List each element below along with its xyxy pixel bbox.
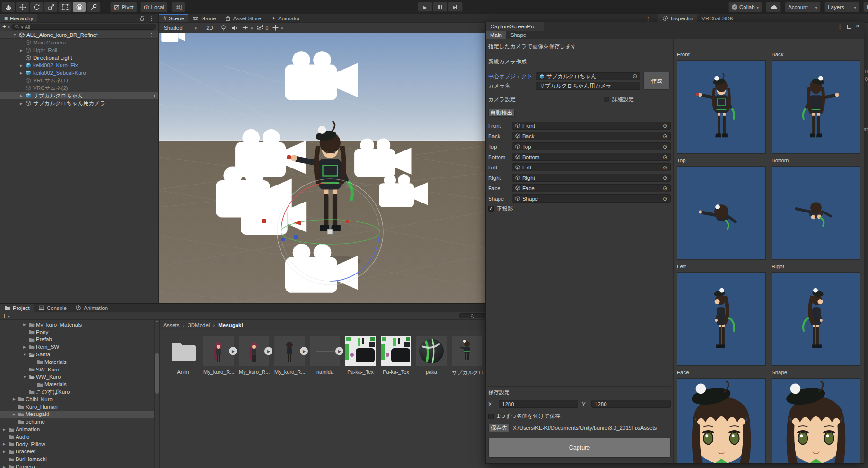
account-dropdown[interactable]: Account <box>785 2 821 12</box>
grid-snap-button[interactable] <box>172 2 185 12</box>
grid-visibility-dropdown[interactable] <box>272 24 283 31</box>
hierarchy-item[interactable]: Light_Roll › <box>0 46 158 54</box>
asset-item[interactable]: Pa-ka-_Tex <box>345 336 376 375</box>
create-camera-button[interactable]: 作成 <box>643 72 670 90</box>
close-icon[interactable] <box>856 24 859 29</box>
object-picker-icon[interactable] <box>632 73 637 79</box>
save-individually-checkbox[interactable] <box>488 414 494 419</box>
project-folder-row[interactable]: Pony <box>0 328 154 336</box>
scene-panel-menu-icon[interactable]: ⋮ <box>645 16 651 22</box>
project-folder-row[interactable]: Audio <box>0 433 154 441</box>
lighting-toggle-icon[interactable] <box>220 24 227 31</box>
tab-scene[interactable]: #Scene <box>159 14 188 22</box>
hierarchy-item[interactable]: Main Camera › <box>0 39 158 46</box>
camera-object-field[interactable]: Back <box>512 132 671 140</box>
hierarchy-item[interactable]: Directional Light › <box>0 54 158 62</box>
project-folder-row[interactable]: Materials <box>0 380 154 388</box>
effects-dropdown[interactable] <box>242 24 253 31</box>
project-folder-row[interactable]: Santa <box>0 351 154 358</box>
project-folder-row[interactable]: Body_Pillow <box>0 441 154 448</box>
play-badge-icon[interactable] <box>335 347 343 355</box>
caret-down-icon[interactable] <box>8 313 10 319</box>
hierarchy-item[interactable]: keiki002_Subcal-Kuro › <box>0 69 158 77</box>
project-folder-row[interactable]: BuriHamachi <box>0 455 154 463</box>
collab-dropdown[interactable]: ✓Collab <box>728 2 762 12</box>
project-folder-row[interactable]: Chibi_Kuro <box>0 396 154 403</box>
object-picker-icon[interactable] <box>663 123 667 129</box>
pivot-toggle-button[interactable]: Pivot <box>110 2 137 12</box>
foldout-arrow-icon[interactable] <box>2 450 7 454</box>
play-button[interactable] <box>418 2 432 12</box>
asset-item[interactable]: My_kuro_R... <box>274 336 305 375</box>
caret-down-icon[interactable] <box>8 24 10 30</box>
x-resolution-input[interactable]: 1280 <box>499 400 578 408</box>
save-path-button[interactable]: 保存先 <box>488 424 510 432</box>
orthographic-checkbox[interactable] <box>488 206 494 212</box>
project-folder-row[interactable]: ochame <box>0 418 154 425</box>
tab-console[interactable]: Console <box>34 304 71 312</box>
scroll-up-icon[interactable] <box>155 320 159 323</box>
camera-object-field[interactable]: Left <box>512 163 671 171</box>
hidden-objects-toggle[interactable]: 0 <box>256 24 268 31</box>
scrollbar-thumb[interactable] <box>155 353 159 394</box>
hierarchy-item[interactable]: keiki002_Kuro_Fix › <box>0 62 158 69</box>
foldout-arrow-icon[interactable] <box>12 412 17 416</box>
foldout-arrow-icon[interactable] <box>22 375 27 379</box>
foldout-arrow-icon[interactable] <box>19 101 24 106</box>
lock-icon[interactable] <box>139 15 145 21</box>
panel-menu-icon[interactable]: ⋮ <box>149 15 155 22</box>
project-folder-row[interactable]: Rem_SW <box>0 343 154 351</box>
camera-object-field[interactable]: Top <box>512 142 671 150</box>
tab-shape[interactable]: Shape <box>506 31 530 39</box>
foldout-open-icon[interactable] <box>12 33 17 37</box>
asset-thumbnail[interactable] <box>274 336 305 366</box>
foldout-arrow-icon[interactable] <box>2 442 7 446</box>
camera-object-field[interactable]: Front <box>512 122 671 130</box>
breadcrumb-item[interactable]: 3DModel <box>180 322 210 328</box>
object-picker-icon[interactable] <box>663 133 667 140</box>
asset-thumbnail[interactable] <box>239 336 269 366</box>
camera-object-field[interactable]: Face <box>512 184 671 192</box>
asset-item[interactable]: My_kuro_R... <box>239 336 269 375</box>
rect-tool-button[interactable] <box>58 2 72 12</box>
tab-project[interactable]: Project <box>0 304 34 312</box>
hierarchy-search-input[interactable]: All <box>11 24 156 30</box>
center-object-field[interactable]: サブカルクロちゃん <box>536 72 640 80</box>
project-folder-row[interactable]: WW_Kuro <box>0 373 154 381</box>
foldout-arrow-icon[interactable] <box>22 322 27 327</box>
project-folder-row[interactable]: Animation <box>0 425 154 433</box>
tab-animation[interactable]: Animation <box>71 304 112 312</box>
add-object-button[interactable] <box>2 24 6 30</box>
asset-item[interactable]: namida <box>310 336 340 375</box>
project-folder-row[interactable]: Prefab <box>0 336 154 344</box>
project-folder-row[interactable]: Kuro_Human <box>0 403 154 411</box>
maximize-icon[interactable] <box>847 25 851 29</box>
object-picker-icon[interactable] <box>663 164 667 171</box>
project-folder-row[interactable]: このすばKuro <box>0 388 154 396</box>
tab-asset-store[interactable]: Asset Store <box>220 14 265 22</box>
foldout-arrow-icon[interactable] <box>19 48 24 53</box>
tab-inspector[interactable]: Inspector <box>658 14 697 22</box>
tree-scrollbar[interactable] <box>154 320 159 468</box>
foldout-arrow-icon[interactable] <box>2 465 7 468</box>
object-picker-icon[interactable] <box>663 143 667 150</box>
foldout-arrow-icon[interactable] <box>19 63 24 68</box>
breadcrumb-item[interactable]: Assets <box>163 322 180 328</box>
hierarchy-item[interactable]: サブカルクロちゃん › <box>0 92 158 99</box>
project-folder-row[interactable]: SW_Kuro <box>0 366 154 373</box>
capture-button[interactable]: Capture <box>488 438 671 458</box>
cloud-button[interactable] <box>766 2 781 12</box>
play-badge-icon[interactable] <box>229 347 237 355</box>
project-folder-row[interactable]: Mesugaki <box>0 411 154 418</box>
window-menu-icon[interactable]: ⋮ <box>837 23 843 30</box>
2d-toggle-button[interactable]: 2D <box>203 24 216 32</box>
play-badge-icon[interactable] <box>300 347 308 355</box>
window-title-bar[interactable]: CaptureScreenPro ⋮ <box>486 22 864 31</box>
play-badge-icon[interactable] <box>264 347 272 355</box>
hand-tool-button[interactable] <box>1 2 15 12</box>
asset-thumbnail[interactable] <box>381 336 411 366</box>
window-tab[interactable]: CaptureScreenPro <box>486 22 544 31</box>
object-picker-icon[interactable] <box>663 154 667 160</box>
asset-thumbnail[interactable] <box>203 336 234 366</box>
object-picker-icon[interactable] <box>663 185 667 192</box>
